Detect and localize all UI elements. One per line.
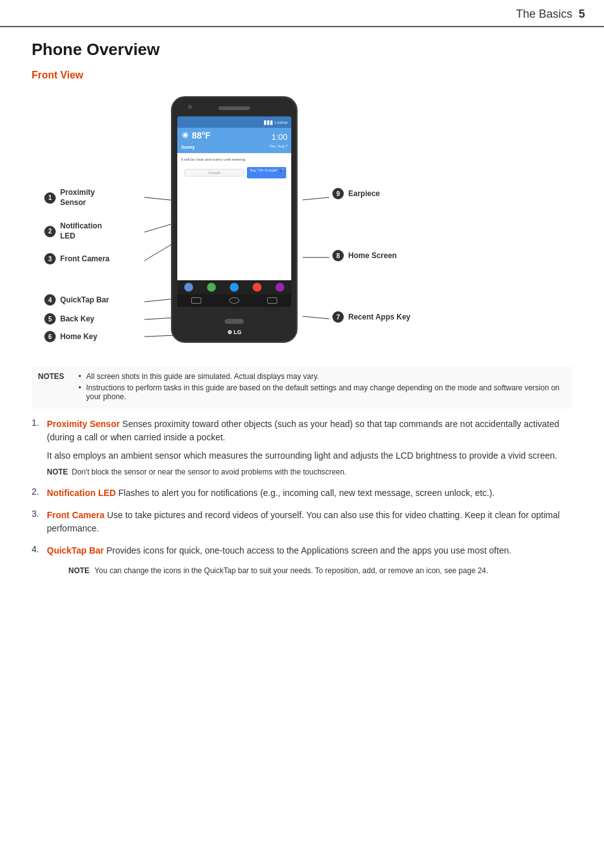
item-text-4: Provides icons for quick, one-touch acce… xyxy=(104,545,512,555)
label-proximity-sensor: 1 ProximitySensor xyxy=(44,188,95,208)
label-text-5: Back Key xyxy=(60,314,94,323)
phone-weather-widget: ☀ 88°FSunny 1:00Thu. Aug 7 xyxy=(177,128,291,153)
label-text-1: ProximitySensor xyxy=(60,188,95,208)
main-content: Phone Overview Front View xyxy=(0,27,604,608)
label-recent-apps-key: 7 Recent Apps Key xyxy=(332,311,410,323)
recent-nav-btn xyxy=(267,297,277,304)
item-note-1: NOTEDon't block the sensor or near the s… xyxy=(47,466,572,478)
svg-line-8 xyxy=(303,316,329,319)
label-text-6: Home Key xyxy=(60,332,98,341)
label-notification-led: 2 NotificationLED xyxy=(44,221,102,241)
quicktap-icon-2 xyxy=(207,283,216,292)
label-num-4: 4 xyxy=(44,294,56,306)
label-front-camera: 3 Front Camera xyxy=(44,253,110,264)
diagram-container: ▊▊▊ 1:00PM ☀ 88°FSunny 1:00Thu. Aug 7 It… xyxy=(32,90,551,356)
list-item-2: 2. Notification LED Flashes to alert you… xyxy=(32,487,572,500)
list-body-4: QuickTap Bar Provides icons for quick, o… xyxy=(47,544,572,580)
back-nav-btn xyxy=(191,297,201,304)
note-text-4: You can change the icons in the QuickTap… xyxy=(94,566,488,575)
phone-home-button xyxy=(225,319,244,324)
label-num-6: 6 xyxy=(44,331,56,342)
header-title: The Basics xyxy=(516,8,572,21)
svg-line-6 xyxy=(303,197,329,200)
page-number: 5 xyxy=(579,8,585,21)
list-num-2: 2. xyxy=(32,487,47,497)
label-text-2: NotificationLED xyxy=(60,221,102,241)
phone-content-area: It will be clear and sunny until evening… xyxy=(177,153,291,182)
list-body-3: Front Camera Use to take pictures and re… xyxy=(47,509,572,535)
note-label-1: NOTE xyxy=(47,468,68,476)
lg-logo: ⊕ LG xyxy=(227,329,242,335)
phone-nav-bar xyxy=(177,294,291,307)
note-label-4: NOTE xyxy=(68,566,89,575)
term-3: Front Camera xyxy=(47,510,104,520)
phone-front-camera xyxy=(188,105,192,109)
label-quicktap-bar: 4 QuickTap Bar xyxy=(44,294,109,306)
item-text-3: Use to take pictures and record videos o… xyxy=(47,510,560,533)
list-body-1: Proximity Sensor Senses proximity toward… xyxy=(47,418,572,478)
term-1: Proximity Sensor xyxy=(47,419,120,429)
item-extra-1: It also employs an ambient sensor which … xyxy=(47,449,572,462)
label-home-key: 6 Home Key xyxy=(44,331,98,342)
term-4: QuickTap Bar xyxy=(47,545,104,555)
page-header: The Basics 5 xyxy=(0,0,604,27)
term-2: Notification LED xyxy=(47,488,116,498)
label-num-1: 1 xyxy=(44,192,56,204)
label-num-9: 9 xyxy=(332,188,344,199)
label-text-9: Earpiece xyxy=(348,189,380,198)
list-num-4: 4. xyxy=(32,544,47,554)
google-search-bar: Google xyxy=(184,169,244,177)
label-earpiece: 9 Earpiece xyxy=(332,188,380,199)
weather-time: 1:00Thu. Aug 7 xyxy=(269,132,287,149)
label-text-3: Front Camera xyxy=(60,254,110,263)
quicktap-icon-4 xyxy=(253,283,261,292)
note-text-1: Don't block the sensor or near the senso… xyxy=(72,468,346,476)
label-back-key: 5 Back Key xyxy=(44,313,94,325)
label-text-7: Recent Apps Key xyxy=(348,313,410,321)
weather-temp: ☀ 88°FSunny xyxy=(181,130,211,151)
phone-quicktap-bar xyxy=(177,280,291,294)
item-text-1: Senses proximity toward other objects (s… xyxy=(47,419,559,442)
label-text-8: Home Screen xyxy=(348,251,397,260)
list-num-1: 1. xyxy=(32,418,47,428)
item-text-2: Flashes to alert you for notifications (… xyxy=(116,488,494,498)
items-list: 1. Proximity Sensor Senses proximity tow… xyxy=(32,418,572,580)
label-num-7: 7 xyxy=(332,311,344,323)
list-item-1: 1. Proximity Sensor Senses proximity tow… xyxy=(32,418,572,478)
phone-status-bar: ▊▊▊ 1:00PM xyxy=(177,116,291,128)
home-nav-btn xyxy=(229,297,239,304)
list-num-3: 3. xyxy=(32,509,47,519)
quicktap-icon-3 xyxy=(230,283,239,292)
list-body-2: Notification LED Flashes to alert you fo… xyxy=(47,487,572,500)
label-home-screen: 8 Home Screen xyxy=(332,250,397,261)
label-text-4: QuickTap Bar xyxy=(60,295,109,304)
label-num-2: 2 xyxy=(44,226,56,237)
label-num-8: 8 xyxy=(332,250,344,261)
note-item-2: Instructions to perform tasks in this gu… xyxy=(79,383,566,401)
list-item-3: 3. Front Camera Use to take pictures and… xyxy=(32,509,572,535)
svg-line-5 xyxy=(144,335,176,337)
section-title: Phone Overview xyxy=(32,40,572,59)
note-item-1: All screen shots in this guide are simul… xyxy=(79,372,566,381)
list-item-4: 4. QuickTap Bar Provides icons for quick… xyxy=(32,544,572,580)
phone-mockup: ▊▊▊ 1:00PM ☀ 88°FSunny 1:00Thu. Aug 7 It… xyxy=(171,96,298,343)
quicktap-icon-5 xyxy=(275,283,284,292)
quicktap-icon-1 xyxy=(184,283,193,292)
label-num-5: 5 xyxy=(44,313,56,325)
label-num-3: 3 xyxy=(44,253,56,264)
notes-label: NOTES xyxy=(38,372,76,404)
notes-section: NOTES All screen shots in this guide are… xyxy=(32,367,572,409)
front-view-label: Front View xyxy=(32,70,572,81)
phone-screen: ▊▊▊ 1:00PM ☀ 88°FSunny 1:00Thu. Aug 7 It… xyxy=(177,116,291,307)
phone-earpiece xyxy=(218,106,250,110)
notes-bullets: All screen shots in this guide are simul… xyxy=(79,372,566,404)
item-note-4: NOTEYou can change the icons in the Quic… xyxy=(62,561,572,580)
